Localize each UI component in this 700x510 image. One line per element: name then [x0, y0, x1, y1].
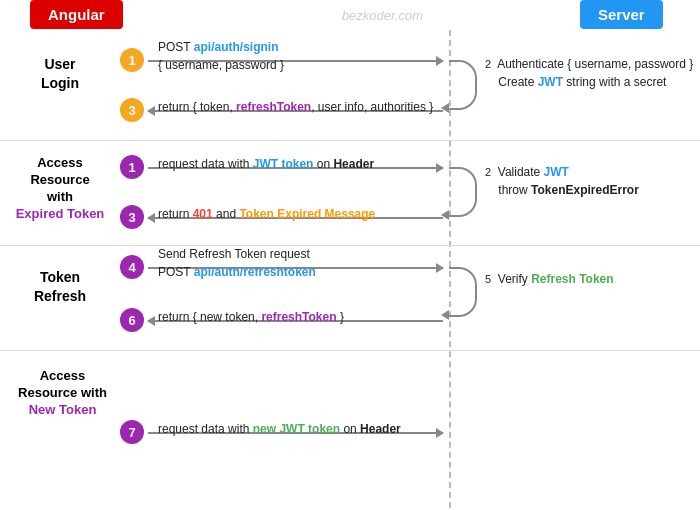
- section-user-login: UserLogin: [5, 55, 115, 93]
- section-access-new: AccessResource withNew Token: [5, 368, 120, 419]
- step2-text: 2 Authenticate { username, password } Cr…: [485, 55, 693, 91]
- step-circle-3: 3: [120, 98, 144, 122]
- step-circle-1: 1: [120, 48, 144, 72]
- separator-3: [0, 350, 700, 351]
- access3-text: return 401 and Token Expired Message: [158, 205, 375, 223]
- curved-arrow-2: [449, 60, 477, 110]
- header-angular: Angular: [30, 0, 123, 29]
- step7-text: request data with new JWT token on Heade…: [158, 420, 401, 438]
- curved-arrow-5: [449, 267, 477, 317]
- separator-1: [0, 140, 700, 141]
- separator-2: [0, 245, 700, 246]
- step-circle-a1: 1: [120, 155, 144, 179]
- section-token-refresh: TokenRefresh: [5, 268, 115, 306]
- watermark: bezkoder.com: [342, 8, 423, 23]
- diagram-container: bezkoder.com Angular Server UserLogin 1 …: [0, 0, 700, 510]
- curved-arrow-a2: [449, 167, 477, 217]
- step-circle-6: 6: [120, 308, 144, 332]
- section-access-expired: AccessResourcewithExpired Token: [5, 155, 115, 223]
- header-server: Server: [580, 0, 663, 29]
- step6-text: return { new token, refreshToken }: [158, 308, 344, 326]
- access2-text: 2 Validate JWT throw TokenExpiredError: [485, 163, 639, 199]
- access1-text: request data with JWT token on Header: [158, 155, 374, 173]
- step5-text: 5 Verify Refresh Token: [485, 270, 614, 288]
- step-circle-4: 4: [120, 255, 144, 279]
- step-circle-a3: 3: [120, 205, 144, 229]
- step-circle-7: 7: [120, 420, 144, 444]
- step3-text: return { token, refreshToken, user info,…: [158, 98, 433, 116]
- step4-text: Send Refresh Token requestPOST api/auth/…: [158, 245, 316, 281]
- step1-text: POST api/auth/signin{ username, password…: [158, 38, 284, 74]
